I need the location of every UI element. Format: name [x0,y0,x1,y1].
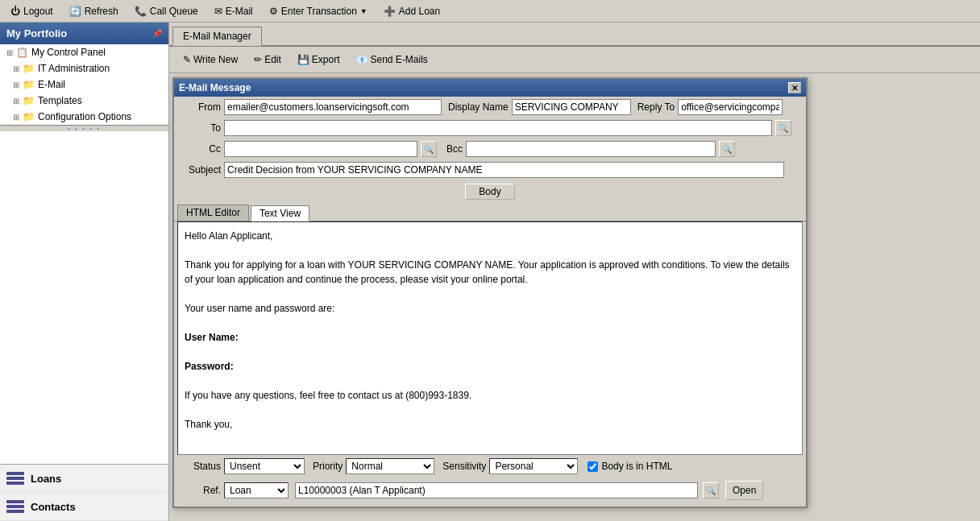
to-search-button[interactable]: 🔍 [775,120,791,136]
cc-input[interactable] [224,141,417,157]
main-toolbar: ⏻ Logout 🔄 Refresh 📞 Call Queue ✉ E-Mail… [0,0,980,23]
status-row: Status Unsent Sent Draft Priority Normal… [174,455,806,478]
sidebar-item-config[interactable]: ⊞ 📁 Configuration Options [0,109,168,125]
ref-row: Ref. Loan 🔍 Open [174,478,806,507]
priority-label: Priority [313,461,343,472]
email-dialog: E-Mail Message ✕ From Display Name Reply… [172,77,808,508]
status-select[interactable]: Unsent Sent Draft [224,458,305,474]
sidebar-item-email[interactable]: ⊞ 📁 E-Mail [0,76,168,93]
ref-value-input[interactable] [295,482,698,498]
dropdown-arrow-icon: ▼ [360,7,368,15]
editor-tabs: HTML Editor Text View [174,203,806,221]
export-icon: 💾 [297,54,309,65]
to-input[interactable] [224,120,772,136]
email-dialog-title: E-Mail Message [179,82,251,93]
tab-bar: E-Mail Manager [169,23,980,47]
sidebar-resize-handle[interactable]: • • • • • [0,125,168,131]
sensitivity-select-wrapper: Personal Private Confidential [489,458,578,474]
email-button[interactable]: ✉ E-Mail [207,2,260,21]
enter-transaction-button[interactable]: ⚙ Enter Transaction ▼ [262,2,375,21]
sensitivity-select[interactable]: Personal Private Confidential [489,458,578,474]
folder-icon: 📁 [23,79,35,90]
from-label: From [181,101,221,113]
reply-to-input[interactable] [678,99,783,115]
cc-bcc-row: Cc 🔍 Bcc 🔍 [174,139,806,159]
pin-icon[interactable]: 📌 [152,29,162,38]
send-icon: 📧 [356,54,368,65]
refresh-icon: 🔄 [69,6,81,17]
tree-expand-icon: ⊞ [13,97,19,105]
tree-expand-icon: ⊞ [13,64,19,73]
sidebar-header: My Portfolio 📌 [0,23,168,44]
add-loan-button[interactable]: ➕ Add Loan [376,2,447,21]
sidebar-item-it-admin[interactable]: ⊞ 📁 IT Administration [0,60,168,76]
folder-icon: 📁 [23,111,35,122]
display-name-input[interactable] [512,99,631,115]
display-name-label: Display Name [448,101,509,113]
sidebar-title: My Portfolio [6,27,67,39]
add-icon: ➕ [384,6,396,17]
folder-icon: 📁 [23,95,35,106]
to-row: To 🔍 [174,118,806,139]
ref-label: Ref. [181,485,221,496]
logout-button[interactable]: ⏻ Logout [3,2,60,21]
from-row: From Display Name Reply To [174,97,806,118]
subject-input[interactable] [224,162,784,178]
send-emails-button[interactable]: 📧 Send E-Mails [349,50,435,69]
body-header: Body [174,180,806,203]
logout-icon: ⏻ [10,6,20,17]
cc-label: Cc [181,143,221,155]
tab-text-view[interactable]: Text View [251,205,309,221]
to-label: To [181,122,221,134]
body-button[interactable]: Body [465,184,514,200]
sidebar-bottom-loans[interactable]: Loans [0,465,168,493]
ref-type-select-wrapper: Loan [224,482,289,498]
sidebar: My Portfolio 📌 ⊞ 📋 My Control Panel ⊞ 📁 … [0,23,169,521]
priority-select[interactable]: Normal High Low [346,458,434,474]
status-label: Status [181,461,221,472]
email-dialog-close-button[interactable]: ✕ [788,82,801,93]
sidebar-item-templates[interactable]: ⊞ 📁 Templates [0,93,168,109]
open-button[interactable]: Open [725,481,763,500]
edit-icon: ✏ [254,54,262,65]
tree-expand-icon: ⊞ [13,113,19,122]
sidebar-bottom: Loans Contacts [0,464,168,521]
from-input[interactable] [224,99,442,115]
sidebar-bottom-contacts[interactable]: Contacts [0,493,168,521]
export-button[interactable]: 💾 Export [290,50,347,69]
email-dialog-titlebar: E-Mail Message ✕ [174,79,806,97]
edit-button[interactable]: ✏ Edit [247,50,289,69]
subject-row: Subject [174,159,806,180]
control-panel-icon: 📋 [16,47,28,58]
bcc-label: Bcc [446,143,463,155]
tree-expand-icon: ⊞ [13,81,19,89]
bcc-input[interactable] [466,141,716,157]
body-is-html-checkbox[interactable] [588,461,598,472]
email-icon: ✉ [214,6,222,17]
cc-search-button[interactable]: 🔍 [421,141,437,157]
write-new-icon: ✎ [183,54,191,65]
loans-icon [6,471,24,486]
text-editor[interactable]: Hello Alan Applicant, Thank you for appl… [177,221,803,455]
phone-icon: 📞 [135,6,147,17]
contacts-icon [6,499,24,514]
ref-search-button[interactable]: 🔍 [703,482,719,498]
bcc-search-button[interactable]: 🔍 [719,141,735,157]
folder-icon: 📁 [23,63,35,74]
gear-icon: ⚙ [269,6,278,17]
tab-html-editor[interactable]: HTML Editor [177,205,249,221]
main-layout: My Portfolio 📌 ⊞ 📋 My Control Panel ⊞ 📁 … [0,23,980,521]
ref-type-select[interactable]: Loan [224,482,289,498]
subject-label: Subject [181,164,221,176]
sidebar-item-control-panel[interactable]: ⊞ 📋 My Control Panel [0,44,168,60]
status-select-wrapper: Unsent Sent Draft [224,458,305,474]
call-queue-button[interactable]: 📞 Call Queue [127,2,206,21]
tree-expand-icon: ⊞ [6,48,13,57]
content-area: E-Mail Manager ✎ Write New ✏ Edit 💾 Expo… [169,23,980,521]
secondary-toolbar: ✎ Write New ✏ Edit 💾 Export 📧 Send E-Mai… [169,47,980,73]
write-new-button[interactable]: ✎ Write New [176,50,245,69]
priority-select-wrapper: Normal High Low [346,458,434,474]
refresh-button[interactable]: 🔄 Refresh [62,2,126,21]
body-is-html-label: Body is in HTML [601,461,672,472]
tab-email-manager[interactable]: E-Mail Manager [172,27,262,46]
